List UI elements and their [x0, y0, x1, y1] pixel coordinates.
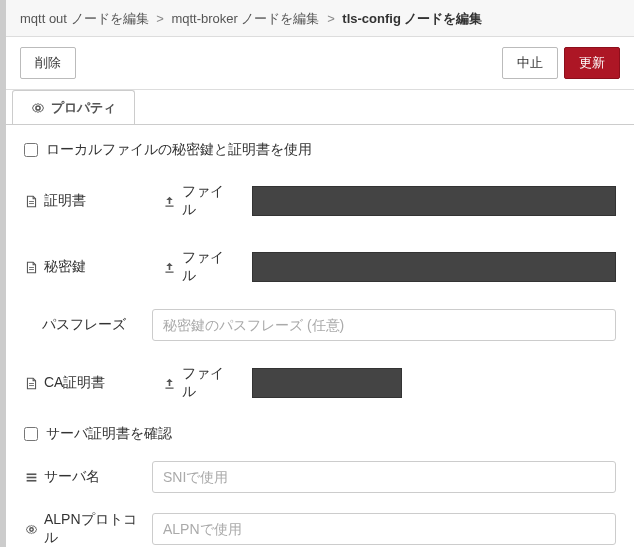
breadcrumb-level2[interactable]: mqtt-broker ノードを編集: [171, 11, 319, 26]
breadcrumb-sep: >: [327, 11, 335, 26]
use-local-files-label[interactable]: ローカルファイルの秘密鍵と証明書を使用: [46, 141, 312, 159]
cert-label: 証明書: [44, 192, 86, 210]
passphrase-label: パスフレーズ: [42, 316, 126, 334]
upload-icon: [162, 194, 176, 208]
tabs: プロパティ: [6, 90, 634, 125]
alpn-input[interactable]: [152, 513, 616, 545]
key-label: 秘密鍵: [44, 258, 86, 276]
upload-icon: [162, 260, 176, 274]
file-icon: [24, 376, 38, 390]
ca-file-label: ファイル: [182, 365, 232, 401]
alpn-label: ALPNプロトコル: [44, 511, 142, 547]
ca-label: CA証明書: [44, 374, 105, 392]
file-icon: [24, 194, 38, 208]
form: ローカルファイルの秘密鍵と証明書を使用 証明書 ファイル: [6, 125, 634, 547]
svg-rect-1: [26, 476, 36, 478]
cert-file-label: ファイル: [182, 183, 232, 219]
server-name-label: サーバ名: [44, 468, 100, 486]
breadcrumb-level1[interactable]: mqtt out ノードを編集: [20, 11, 149, 26]
file-icon: [24, 260, 38, 274]
key-file-label: ファイル: [182, 249, 232, 285]
breadcrumb-current: tls-config ノードを編集: [342, 11, 482, 26]
ca-file-button[interactable]: ファイル: [152, 359, 242, 407]
upload-icon: [162, 376, 176, 390]
ca-file-value: [252, 368, 402, 398]
svg-rect-2: [26, 479, 36, 481]
verify-server-label[interactable]: サーバ証明書を確認: [46, 425, 172, 443]
tab-properties-label: プロパティ: [51, 99, 116, 117]
cert-file-value: [252, 186, 616, 216]
tab-properties[interactable]: プロパティ: [12, 90, 135, 125]
key-file-value: [252, 252, 616, 282]
gear-icon: [31, 101, 45, 115]
key-file-button[interactable]: ファイル: [152, 243, 242, 291]
breadcrumb-sep: >: [156, 11, 164, 26]
verify-server-checkbox[interactable]: [24, 427, 38, 441]
svg-rect-0: [26, 473, 36, 475]
gear-icon: [24, 522, 38, 536]
cancel-button[interactable]: 中止: [502, 47, 558, 79]
update-button[interactable]: 更新: [564, 47, 620, 79]
toolbar: 削除 中止 更新: [6, 37, 634, 90]
cert-file-button[interactable]: ファイル: [152, 177, 242, 225]
passphrase-input[interactable]: [152, 309, 616, 341]
server-name-input[interactable]: [152, 461, 616, 493]
delete-button[interactable]: 削除: [20, 47, 76, 79]
breadcrumb: mqtt out ノードを編集 > mqtt-broker ノードを編集 > t…: [6, 0, 634, 37]
use-local-files-checkbox[interactable]: [24, 143, 38, 157]
list-icon: [24, 470, 38, 484]
